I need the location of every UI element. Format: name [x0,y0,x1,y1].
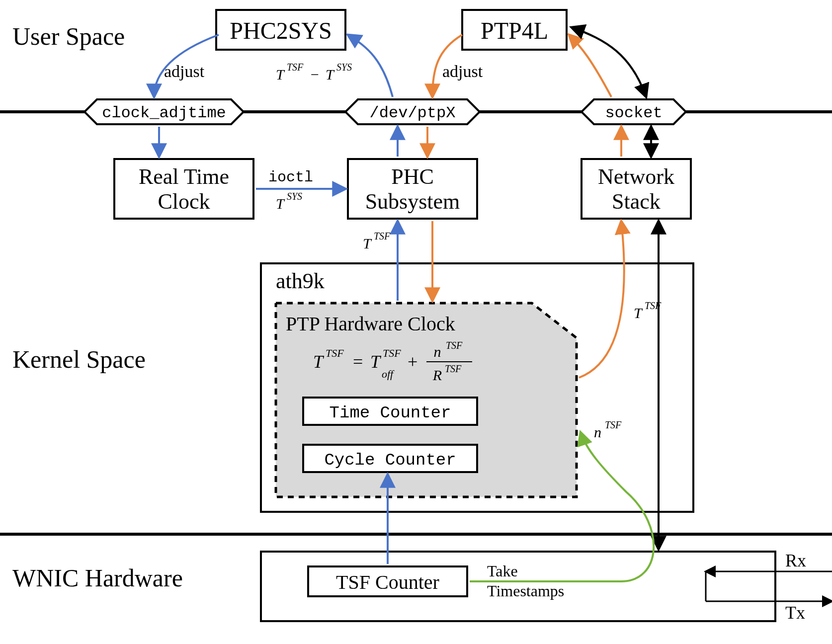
svg-text:TSF: TSF [445,363,462,374]
svg-text:T: T [276,195,285,212]
svg-text:−: − [311,66,319,82]
svg-text:=: = [353,352,363,372]
rtc-label-1: Real Time [139,164,229,189]
svg-text:TSF: TSF [326,347,344,359]
phc2sys-label: PHC2SYS [230,17,332,44]
label-ttsf-up: T TSF [363,231,391,251]
svg-text:TSF: TSF [374,231,391,242]
phc-hw-title: PTP Hardware Clock [286,313,455,335]
svg-text:R: R [432,367,442,383]
svg-text:T: T [363,235,372,251]
tx-label: Tx [785,603,805,623]
svg-text:n: n [594,424,601,440]
svg-text:T: T [313,352,325,372]
label-ioctl: ioctl [268,169,313,186]
phc-subsystem-label-2: Subsystem [365,189,460,214]
arrow-socket-ptp4l-orange [569,35,611,97]
label-take1: Take [487,562,518,580]
label-adjust-1: adjust [164,62,205,80]
svg-text:SYS: SYS [336,62,352,73]
section-kernel-space: Kernel Space [12,345,146,373]
ptp4l-label: PTP4L [481,17,548,44]
label-take2: Timestamps [487,582,564,600]
ath9k-label: ath9k [276,269,325,293]
dev-ptpx-box: /dev/ptpX [345,99,480,124]
section-user-space: User Space [12,22,125,50]
svg-text:T: T [276,66,285,82]
svg-text:SYS: SYS [287,191,302,202]
arrow-socket-ptp4l-black [572,27,646,97]
network-stack-label-2: Stack [612,189,661,214]
svg-text:socket: socket [605,104,662,122]
time-counter-label: Time Counter [330,403,451,422]
svg-text:TSF: TSF [383,347,401,359]
phc-subsystem-label-1: PHC [391,164,434,189]
section-wnic-hardware: WNIC Hardware [12,564,183,592]
arrow-devptpx-phc2sys [348,35,393,97]
cycle-counter-label: Cycle Counter [324,451,456,470]
svg-text:TSF: TSF [446,340,463,351]
rtc-label-2: Clock [158,189,210,214]
label-adjust-2: adjust [442,62,483,80]
svg-text:n: n [434,343,441,360]
socket-box: socket [582,99,686,124]
svg-text:TSF: TSF [605,419,622,430]
svg-text:T: T [634,305,643,321]
clock-adjtime-box: clock_adjtime [84,99,244,124]
rx-label: Rx [785,551,806,570]
svg-text:/dev/ptpX: /dev/ptpX [370,104,456,122]
label-tsys: T SYS [276,191,302,212]
svg-text:T: T [370,352,382,372]
svg-text:off: off [382,368,395,380]
svg-text:+: + [408,352,417,372]
tsf-counter-label: TSF Counter [336,571,439,593]
svg-text:clock_adjtime: clock_adjtime [102,104,226,122]
network-stack-label-1: Network [598,164,674,189]
label-ttsf-minus-tsys: T TSF − T SYS [276,62,352,82]
svg-text:T: T [326,66,335,82]
svg-text:TSF: TSF [287,62,304,73]
